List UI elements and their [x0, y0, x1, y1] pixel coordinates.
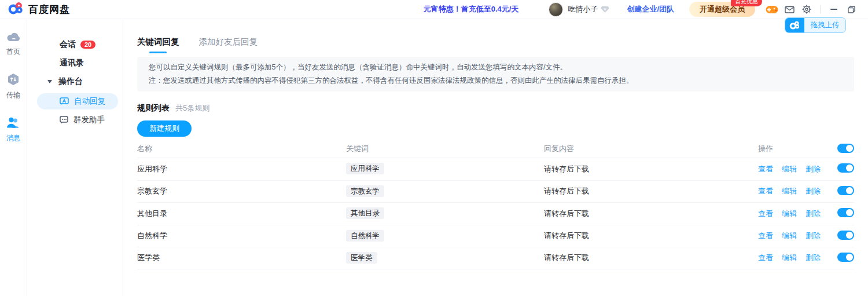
rail-label-home: 首页	[6, 47, 20, 57]
rules-count: 共5条规则	[175, 103, 209, 114]
console-label: 操作台	[58, 76, 83, 87]
sidebar-item-contacts[interactable]: 通讯录	[27, 54, 123, 72]
restore-window-button[interactable]	[843, 2, 860, 16]
svip-first-charge-badge: 首充优惠	[731, 0, 762, 6]
netdisk-white-logo-icon	[785, 18, 804, 32]
messages-icon	[6, 116, 21, 131]
transfer-icon	[7, 73, 20, 88]
action-edit[interactable]: 编辑	[782, 231, 797, 241]
app-title: 百度网盘	[28, 3, 70, 16]
rules-list-title: 规则列表	[137, 103, 170, 114]
game-icon[interactable]	[763, 2, 781, 16]
divider	[820, 5, 821, 13]
header-actions: 操作	[758, 144, 837, 154]
sessions-label: 会话	[60, 39, 76, 50]
rule-keyword-tag: 自然科学	[346, 230, 384, 242]
rule-toggle[interactable]	[837, 163, 854, 173]
auto-reply-label: 自动回复	[74, 96, 105, 107]
header-name: 名称	[137, 144, 346, 154]
sidebar-item-sessions[interactable]: 会话 20	[27, 35, 123, 54]
create-team-link[interactable]: 创建企业/团队	[627, 4, 674, 14]
rule-reply: 请转存后下载	[544, 231, 758, 241]
app-logo[interactable]: 百度网盘	[8, 2, 70, 17]
main-panel: 关键词回复 添加好友后回复 您可以自定义关键词规则（最多可添加5个），当好友发送…	[123, 19, 868, 296]
drag-upload-label: 拖拽上传	[804, 18, 845, 32]
auto-reply-icon	[60, 97, 69, 105]
promo-link[interactable]: 元宵特惠！首充低至0.4元/天	[424, 4, 519, 14]
header-reply: 回复内容	[544, 144, 758, 154]
action-delete[interactable]: 删除	[806, 253, 821, 263]
rule-reply: 请转存后下载	[544, 209, 758, 219]
action-view[interactable]: 查看	[758, 209, 773, 219]
nav-rail: 首页 传输 消息	[0, 19, 27, 296]
rule-name: 应用科学	[137, 164, 346, 174]
tab-keyword-reply[interactable]: 关键词回复	[137, 36, 179, 52]
rail-item-transfer[interactable]: 传输	[6, 73, 20, 100]
contacts-label: 通讯录	[60, 58, 84, 68]
table-row: 宗教玄学 宗教玄学 请转存后下载 查看 编辑 删除	[137, 180, 854, 203]
rule-name: 宗教玄学	[137, 186, 346, 196]
action-delete[interactable]: 删除	[806, 186, 821, 196]
unread-count-badge: 20	[80, 41, 95, 49]
rail-item-messages[interactable]: 消息	[6, 116, 21, 143]
rules-notice: 您可以自定义关键词规则（最多可添加5个），当好友发送的消息（含验证消息）命中关键…	[137, 57, 854, 92]
vip-grey-badge-icon	[601, 6, 609, 13]
rule-toggle[interactable]	[837, 186, 854, 195]
notice-line-1: 您可以自定义关键词规则（最多可添加5个），当好友发送的消息（含验证消息）命中关键…	[149, 61, 843, 74]
rule-toggle[interactable]	[837, 253, 854, 262]
action-edit[interactable]: 编辑	[782, 209, 797, 219]
reply-tabs: 关键词回复 添加好友后回复	[137, 36, 854, 52]
message-sidebar: 会话 20 通讯录 操作台 自动回复 群发助手	[27, 19, 123, 296]
drag-upload-button[interactable]: 拖拽上传	[785, 17, 846, 33]
table-row: 应用科学 应用科学 请转存后下载 查看 编辑 删除	[137, 158, 854, 180]
active-tab-underline	[149, 52, 167, 53]
settings-gear-icon[interactable]	[798, 2, 815, 16]
rules-table-body: 应用科学 应用科学 请转存后下载 查看 编辑 删除 宗教玄学 宗教玄学 请转存后…	[137, 158, 854, 269]
group-send-label: 群发助手	[73, 115, 105, 125]
rule-keyword-tag: 其他目录	[346, 207, 384, 219]
sidebar-group-console[interactable]: 操作台	[27, 72, 123, 91]
mail-icon[interactable]	[781, 2, 798, 16]
notice-line-2: 注：您发送或通过其他方式传播的内容不得侵犯第三方的合法权益，不得含有任何违反国家…	[149, 74, 843, 87]
caret-down-icon	[47, 80, 52, 83]
rule-toggle[interactable]	[837, 231, 854, 240]
rail-item-home[interactable]: 首页	[6, 31, 21, 57]
action-view[interactable]: 查看	[758, 186, 773, 196]
group-send-icon	[60, 116, 68, 124]
rules-table: 名称 关键词 回复内容 操作 应用科学 应用科学 请转存后下载 查看 编辑 删除…	[137, 140, 854, 269]
username: 吃情小子	[568, 4, 598, 14]
minimize-button[interactable]	[825, 2, 843, 16]
rail-label-messages: 消息	[6, 133, 20, 143]
rule-name: 医学类	[137, 253, 346, 263]
header-keyword: 关键词	[346, 144, 544, 154]
action-delete[interactable]: 删除	[806, 209, 821, 219]
action-delete[interactable]: 删除	[806, 164, 821, 174]
master-toggle[interactable]	[837, 144, 854, 153]
sidebar-item-group-send[interactable]: 群发助手	[37, 112, 118, 128]
rule-name: 其他目录	[137, 209, 346, 219]
rail-label-transfer: 传输	[6, 90, 20, 100]
rule-reply: 请转存后下载	[544, 186, 758, 196]
rule-keyword-tag: 医学类	[346, 252, 377, 264]
rule-name: 自然科学	[137, 231, 346, 241]
action-delete[interactable]: 删除	[806, 231, 821, 241]
rule-keyword-tag: 应用科学	[346, 163, 384, 174]
rule-reply: 请转存后下载	[544, 253, 758, 263]
action-edit[interactable]: 编辑	[782, 253, 797, 263]
action-view[interactable]: 查看	[758, 231, 773, 241]
action-view[interactable]: 查看	[758, 164, 773, 174]
rule-reply: 请转存后下载	[544, 164, 758, 174]
table-row: 自然科学 自然科学 请转存后下载 查看 编辑 删除	[137, 225, 854, 247]
rule-toggle[interactable]	[837, 208, 854, 217]
new-rule-button[interactable]: 新建规则	[137, 120, 192, 137]
action-edit[interactable]: 编辑	[782, 186, 797, 196]
rules-table-header: 名称 关键词 回复内容 操作	[137, 140, 854, 158]
sidebar-item-auto-reply[interactable]: 自动回复	[37, 93, 118, 109]
action-edit[interactable]: 编辑	[782, 164, 797, 174]
action-view[interactable]: 查看	[758, 253, 773, 263]
rule-keyword-tag: 宗教玄学	[346, 185, 384, 197]
avatar[interactable]	[549, 2, 563, 17]
topbar: 百度网盘 元宵特惠！首充低至0.4元/天 吃情小子 创建企业/团队 开通超级会员…	[0, 0, 868, 19]
baidu-netdisk-logo-icon	[8, 2, 24, 17]
tab-after-friend-reply[interactable]: 添加好友后回复	[199, 36, 258, 52]
